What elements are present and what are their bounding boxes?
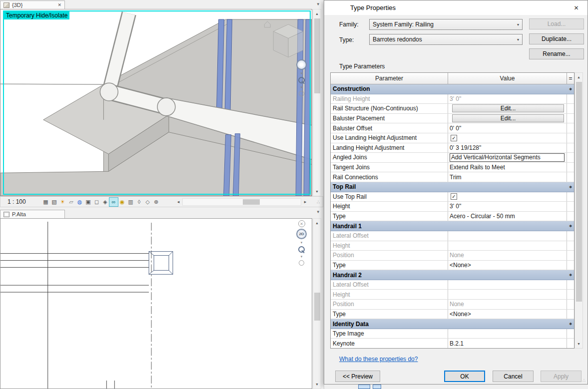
view-tab-3d[interactable]: {3D} ✕ [0,0,65,9]
status-toggle-icon[interactable] [373,385,381,389]
dialog-titlebar[interactable]: Type Properties ✕ [324,0,588,15]
parameter-value-cell[interactable]: Acero - Circular - 50 mm [448,212,567,221]
parameter-value-cell[interactable]: Extend Rails to Meet [448,163,567,172]
reveal-hidden-elements-icon[interactable]: ◉ [118,198,126,206]
zoom-icon[interactable] [298,246,305,253]
checkbox[interactable]: ✓ [451,193,457,200]
rename-button[interactable]: Rename... [529,48,584,59]
plan-scene-canvas[interactable] [0,219,312,389]
parameter-value-cell[interactable]: Edit... [448,104,567,113]
parameter-column-header[interactable]: Parameter [331,73,448,84]
show-rendering-icon[interactable]: ◍ [75,198,84,206]
scroll-down-icon[interactable]: ▼ [313,381,321,388]
visual-style-icon[interactable]: ▧ [50,198,58,206]
section-collapse-mark[interactable]: ∗ [567,221,574,231]
section-collapse-mark[interactable]: ∗ [567,84,574,94]
parameter-value-cell[interactable] [448,329,567,339]
parameter-value-cell[interactable]: B.2.1 [448,339,567,348]
parameter-value-cell[interactable]: None [448,300,567,309]
vertical-scrollbar-3d[interactable]: ▲ ▼ [313,9,321,196]
parameter-value-cell[interactable]: <None> [448,261,567,270]
navbar-toggle-icon[interactable] [299,260,304,266]
steering-wheel-icon[interactable] [296,59,307,70]
parameter-value-cell[interactable]: <None> [448,310,567,319]
scrollbar-thumb[interactable] [243,199,260,205]
shadows-icon[interactable]: ▱ [67,198,75,206]
parameter-value-cell[interactable]: Add Vertical/Horizontal Segments [448,153,567,162]
scroll-down-icon[interactable]: ▼ [575,340,583,348]
navbar-close-icon[interactable]: ✕ [298,220,305,227]
dialog-resize-grip-icon[interactable]: ∴ [583,378,586,383]
chevron-down-icon[interactable]: ▾ [301,255,303,259]
sun-path-icon[interactable]: ☀ [58,198,67,206]
vertical-scrollbar-plan[interactable]: ▲ ▼ [313,218,321,389]
section-collapse-mark[interactable]: ∗ [567,270,574,280]
tab-overflow-icon[interactable]: ▾ [317,1,319,6]
parameter-value-cell[interactable] [448,231,567,241]
parameter-value-cell[interactable]: 0' 3 19/128" [448,143,567,153]
parameter-value-cell[interactable]: 0' 0" [448,123,567,133]
dialog-close-icon[interactable]: ✕ [565,0,588,15]
type-dropdown[interactable]: Barrotes redondos ▾ [369,34,523,45]
viewport-plan[interactable]: ✕ 2D ▾ ▾ [0,218,312,389]
zoom-icon[interactable] [298,77,305,84]
section-collapse-mark[interactable]: ∗ [567,319,574,329]
preview-button[interactable]: << Preview [335,371,380,382]
parameter-value-cell[interactable]: ✓ [448,133,567,143]
status-toggle-icon[interactable] [358,385,370,389]
resize-grip-icon[interactable]: ∴ [317,199,320,205]
crop-view-icon[interactable]: ▣ [84,198,92,206]
duplicate-button[interactable]: Duplicate... [529,33,584,44]
scroll-up-icon[interactable]: ▲ [313,219,321,227]
family-dropdown[interactable]: System Family: Railing ▾ [369,19,523,30]
3d-scene-canvas[interactable] [0,9,312,196]
parameter-value-cell[interactable] [448,241,567,251]
value-combobox[interactable]: Add Vertical/Horizontal Segments [450,153,565,162]
scroll-left-icon[interactable]: ◂ [174,198,182,206]
highlight-displacement-icon[interactable]: ◇ [143,198,152,206]
scrollbar-thumb[interactable] [576,82,582,302]
reveal-constraints-icon[interactable]: ⊕ [152,198,160,206]
scale-button[interactable]: 1 : 100 [7,198,31,205]
scrollbar-thumb[interactable] [314,293,320,321]
show-crop-region-icon[interactable]: ◻ [92,198,101,206]
parameter-value-cell[interactable]: ✓ [448,192,567,202]
temporary-hide-isolate-icon[interactable]: ∞ [109,198,118,206]
parameter-value-cell[interactable]: None [448,251,567,260]
edit-button[interactable]: Edit... [452,114,565,122]
close-tab-icon[interactable]: ✕ [57,2,61,7]
table-scrollbar[interactable]: ▲ ▼ [575,72,583,349]
parameter-value-cell[interactable]: 3' 0" [448,94,567,104]
properties-help-link[interactable]: What do these properties do? [339,356,418,363]
scrollbar-thumb[interactable] [314,18,320,93]
scroll-up-icon[interactable]: ▲ [575,73,583,81]
view-tab-plan[interactable]: P.Alta [0,210,65,218]
tab-overflow-icon[interactable]: ▾ [317,209,319,214]
scroll-up-icon[interactable]: ▲ [313,10,321,17]
detail-level-icon[interactable]: ▦ [41,198,50,206]
edit-button[interactable]: Edit... [452,104,565,112]
ok-button[interactable]: OK [444,371,485,382]
chevron-down-icon[interactable]: ▾ [301,85,303,89]
parameter-value-cell[interactable] [448,290,567,299]
scroll-right-icon[interactable]: ▸ [301,198,309,206]
apply-button[interactable]: Apply [541,371,582,382]
checkbox[interactable]: ✓ [451,135,457,141]
chevron-down-icon[interactable]: ▾ [301,241,303,245]
parameter-value-cell[interactable]: Trim [448,172,567,182]
parameter-value-cell[interactable]: Edit... [448,114,567,123]
lock-3d-view-icon[interactable]: ◈ [101,198,109,206]
navbar-toggle-icon[interactable] [299,91,304,96]
viewport-3d[interactable]: Temporary Hide/Isolate ▾ ▾ [0,9,312,196]
temporary-view-properties-icon[interactable]: ▥ [126,198,135,206]
scroll-down-icon[interactable]: ▼ [313,188,321,195]
show-analytical-model-icon[interactable]: ◊ [135,198,143,206]
load-button[interactable]: Load... [529,18,584,29]
chevron-down-icon[interactable]: ▾ [301,71,303,75]
value-column-header[interactable]: Value [448,73,567,84]
parameter-value-cell[interactable]: 3' 0" [448,202,567,211]
section-collapse-mark[interactable]: ∗ [567,182,574,192]
steering-wheel-2d-icon[interactable]: 2D [296,229,307,239]
horizontal-scrollbar[interactable] [182,198,301,206]
parameter-value-cell[interactable] [448,280,567,290]
